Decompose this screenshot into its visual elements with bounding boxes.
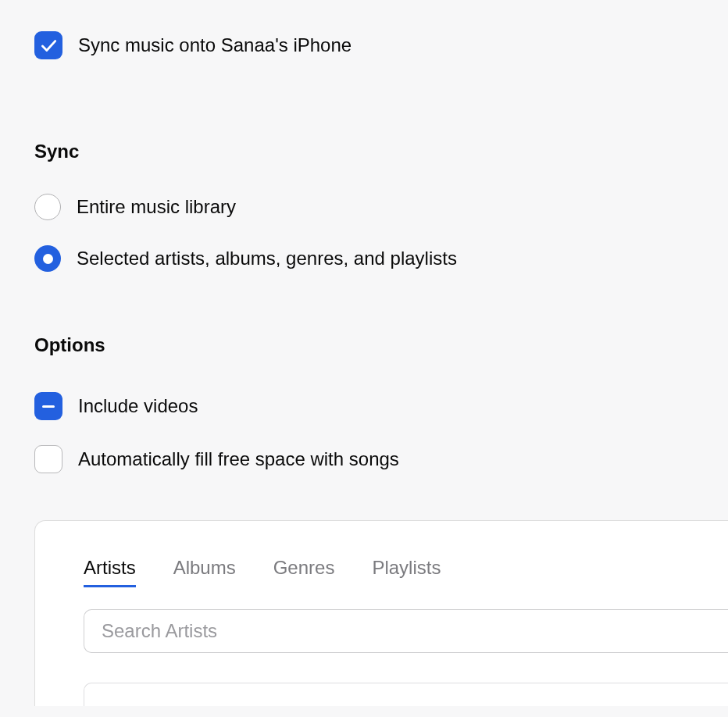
search-input[interactable] (84, 609, 728, 653)
tabs-bar: Artists Albums Genres Playlists (84, 557, 728, 587)
dash-icon (42, 405, 55, 408)
tab-genres[interactable]: Genres (273, 557, 335, 587)
checkmark-icon (38, 35, 59, 55)
radio-entire-library[interactable] (34, 194, 61, 220)
radio-selected-items-label: Selected artists, albums, genres, and pl… (77, 248, 457, 269)
radio-dot-icon (43, 254, 53, 264)
include-videos-checkbox[interactable] (34, 392, 62, 420)
radio-entire-library-label: Entire music library (77, 196, 236, 218)
content-panel: Artists Albums Genres Playlists (34, 520, 728, 706)
autofill-label: Automatically fill free space with songs (78, 448, 399, 470)
radio-selected-items[interactable] (34, 245, 61, 272)
autofill-checkbox[interactable] (34, 445, 62, 473)
tab-playlists[interactable]: Playlists (372, 557, 441, 587)
tab-albums[interactable]: Albums (173, 557, 236, 587)
options-heading: Options (34, 334, 728, 356)
include-videos-label: Include videos (78, 395, 198, 417)
list-container (84, 683, 728, 706)
sync-music-checkbox[interactable] (34, 31, 62, 59)
sync-music-label: Sync music onto Sanaa's iPhone (78, 34, 352, 56)
sync-heading: Sync (34, 141, 728, 162)
tab-artists[interactable]: Artists (84, 557, 136, 587)
